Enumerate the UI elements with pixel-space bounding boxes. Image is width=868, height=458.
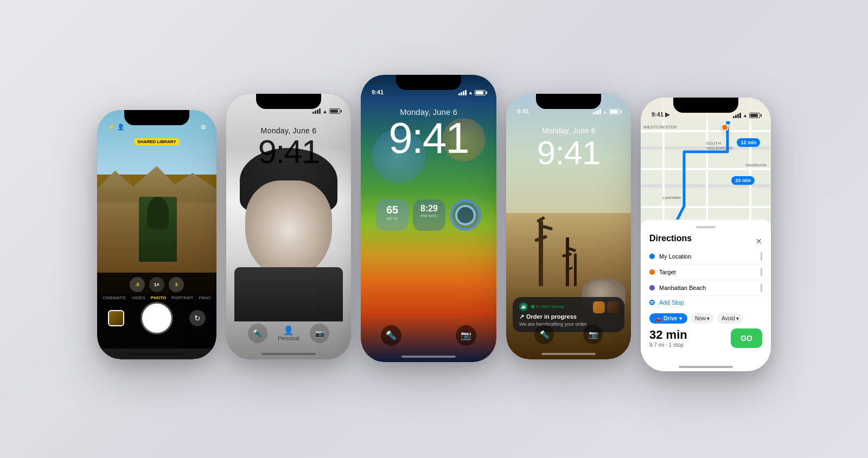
food-icon-1 — [593, 301, 605, 313]
target-label: Target — [659, 269, 676, 275]
camera-mode-row: CINEMATIC VIDEO PHOTO PORTRAIT PANO — [103, 295, 210, 300]
mode-video[interactable]: VIDEO — [132, 295, 145, 300]
zoom-05[interactable]: .5 — [130, 277, 145, 292]
drive-button[interactable]: 🚗 Drive ▾ — [649, 313, 687, 324]
phone4-flashlight[interactable]: 🔦 — [534, 325, 554, 344]
colorful-time-block: Monday, June 6 9:41 — [361, 107, 496, 160]
capture-button[interactable] — [142, 304, 171, 333]
temp-range: 55 72 — [381, 216, 403, 221]
route-manhattan-beach: Manhattan Beach — [649, 280, 762, 296]
directions-panel: Directions ✕ My Location Target — [641, 220, 771, 371]
time-summary: 32 min 9.7 mi · 1 stop GO — [649, 328, 762, 348]
close-directions[interactable]: ✕ — [756, 237, 762, 246]
phone3-home — [401, 356, 456, 358]
temp-widget: 65 — [381, 204, 403, 216]
phone3-status: 9:41 ▲ — [361, 75, 496, 99]
phone-maps: 12 min 20 min WESTCHESTER Hawthorne Manh… — [641, 98, 771, 371]
joshua-clock: 9:41 — [506, 135, 631, 170]
camera-controls: .5 1× 3 CINEMATIC VIDEO PHOTO PORTRAIT P… — [97, 273, 216, 349]
camera-button[interactable]: 📷 — [310, 324, 329, 343]
duration-label: 32 min — [649, 328, 687, 342]
go-button[interactable]: GO — [731, 328, 762, 348]
lockscreen-time-block: Monday, June 6 9:41 — [226, 126, 351, 169]
my-location-dot — [649, 254, 655, 259]
mode-portrait[interactable]: PORTRAIT — [171, 295, 193, 300]
route-my-location: My Location — [649, 249, 762, 265]
phone-bw-lockscreen: Monday, June 6 9:41 ▲ — [226, 94, 351, 359]
lockscreen-bottom: 🔦 👤 Personal 📷 — [226, 324, 351, 343]
mode-photo[interactable]: PHOTO — [151, 295, 166, 300]
phone4-status: 9:41 ▲ — [506, 94, 631, 118]
route-target: Target — [649, 265, 762, 280]
notification-app: In store pickup — [531, 304, 564, 309]
phones-showcase: SHARED LIBRARY ⚡ 👤 ⊙ .5 1× 3 CINEMATIC V… — [97, 87, 771, 371]
add-stop-label: Add Stop — [659, 299, 684, 306]
home-indicator — [130, 353, 184, 355]
map-label-lawndale: Lawndale — [662, 195, 681, 200]
my-location-label: My Location — [659, 253, 691, 260]
joshua-time-block: Monday, June 6 9:41 — [506, 126, 631, 170]
phone3-flashlight[interactable]: 🔦 — [381, 325, 401, 346]
add-stop-icon: + — [649, 300, 655, 305]
mode-cinematic[interactable]: CINEMATIC — [103, 295, 126, 300]
zoom-1x[interactable]: 1× — [149, 277, 164, 292]
phone-joshua-lockscreen: 9:41 ▲ Monday, June 6 — [506, 94, 631, 359]
phone4-time: 9:41 — [517, 108, 529, 114]
clock-widget: 8:29 — [418, 204, 440, 214]
manhattan-beach-dot — [649, 285, 655, 291]
transport-options: 🚗 Drive ▾ Now ▾ Avoid ▾ — [649, 313, 762, 324]
phone-camera: SHARED LIBRARY ⚡ 👤 ⊙ .5 1× 3 CINEMATIC V… — [97, 110, 216, 359]
map-label-inglewood: SOUTHINGLEWOOD — [706, 141, 733, 151]
status-time: ⚡ 👤 — [108, 124, 125, 131]
starbucks-icon: ☕ — [519, 302, 528, 311]
phone5-home — [679, 366, 733, 368]
phone2-home — [261, 353, 316, 355]
phone3-bottom: 🔦 📷 — [381, 325, 476, 346]
eta-badge-1: 12 min — [737, 138, 760, 147]
target-dot — [649, 269, 655, 275]
flip-camera-button[interactable]: ↻ — [189, 310, 206, 326]
phone3-camera[interactable]: 📷 — [456, 325, 476, 346]
avoid-button[interactable]: Avoid ▾ — [717, 313, 743, 324]
widgets-row: 65 55 72 8:29 PM NYC — [365, 199, 492, 231]
phone4-home — [541, 353, 596, 355]
notch — [124, 110, 189, 125]
clock-city: PM NYC — [418, 214, 440, 218]
directions-title: Directions — [649, 234, 692, 243]
route-add-stop[interactable]: + Add Stop — [649, 296, 762, 309]
zoom-3x[interactable]: 3 — [169, 277, 184, 292]
panel-handle — [696, 226, 716, 228]
time-button[interactable]: Now ▾ — [691, 313, 714, 324]
notch5 — [673, 98, 738, 113]
colorful-clock: 9:41 — [361, 117, 496, 160]
map-label-westchester: WESTCHESTER — [643, 125, 676, 130]
phone2-status: ▲ — [226, 94, 351, 118]
manhattan-beach-label: Manhattan Beach — [659, 285, 706, 291]
map-label-hawthorne: Hawthorne — [745, 163, 767, 167]
phone4-camera[interactable]: 📷 — [583, 325, 603, 344]
phone4-bottom: 🔦 📷 — [506, 325, 631, 344]
notification-title: ↗ Order in progress — [519, 313, 618, 320]
eta-badge-2: 20 min — [731, 176, 755, 185]
phone-colorful-lockscreen: 9:41 ▲ Monday, June 6 — [361, 75, 496, 362]
flashlight-button[interactable]: 🔦 — [248, 324, 267, 343]
last-photo-thumbnail[interactable] — [108, 310, 124, 326]
profile-label: Personal — [278, 336, 299, 341]
phone3-time: 9:41 — [372, 89, 384, 95]
phone5-time: 9:41 ▶ — [652, 111, 669, 118]
shared-library-badge: SHARED LIBRARY — [134, 138, 179, 145]
food-icon-2 — [607, 301, 619, 313]
distance-label: 9.7 mi · 1 stop — [649, 342, 687, 348]
capture-controls: ↻ — [97, 304, 216, 333]
mode-pano[interactable]: PANO — [199, 295, 210, 300]
status-icons: ⊙ — [201, 124, 206, 131]
colorful-date: Monday, June 6 — [361, 107, 496, 117]
lockscreen-clock: 9:41 — [226, 135, 351, 169]
